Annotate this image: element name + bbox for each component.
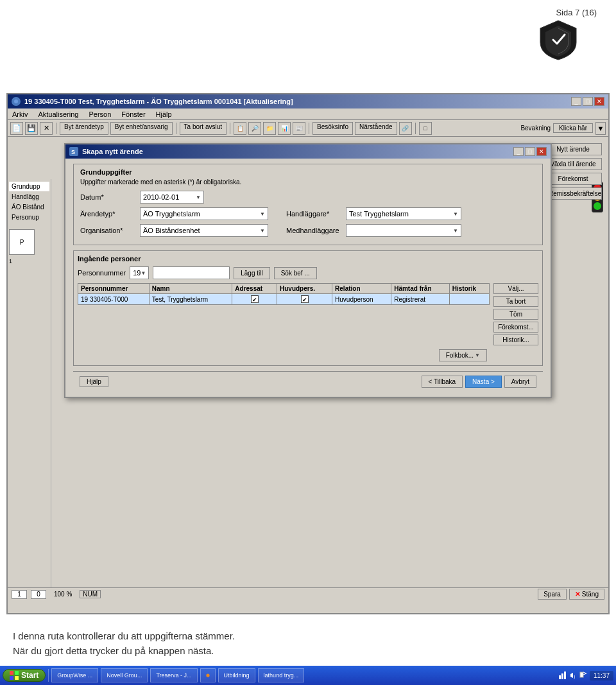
- toolbar-new-btn[interactable]: 📄: [10, 122, 23, 135]
- row-relation: Huvudperson: [332, 294, 391, 305]
- tillbaka-btn[interactable]: < Tillbaka: [422, 376, 463, 388]
- window-title-bar: 19 330405-T000 Test, Trygghetslarm - ÄO …: [8, 94, 608, 108]
- toolbar-delete-btn[interactable]: ✕: [40, 122, 53, 135]
- page-number: Sida 7 (16): [556, 8, 597, 17]
- taskbar-network-icon: [559, 672, 567, 679]
- medhandlaggare-dropdown[interactable]: ▼: [346, 224, 461, 237]
- section-note: Uppgifter markerade med en asterisk (*) …: [80, 178, 536, 186]
- byt-enhet-btn[interactable]: Byt enhet/ansvarig: [110, 122, 173, 135]
- historik-row-btn[interactable]: Historik...: [493, 334, 538, 345]
- col-huvudpers: Huvudpers.: [277, 284, 332, 294]
- ta-bort-avslut-btn[interactable]: Ta bort avslut: [180, 122, 227, 135]
- svg-rect-7: [15, 676, 19, 680]
- taskbar-app-4[interactable]: [200, 668, 216, 682]
- datum-dropdown[interactable]: 2010-02-01 ▼: [140, 191, 204, 204]
- organisation-label: Organisation*: [80, 227, 135, 234]
- page-nav-2: 0: [31, 590, 46, 599]
- taskbar-icon-4: [206, 670, 210, 681]
- byt-arendetyp-btn[interactable]: Byt ärendetyp: [60, 122, 108, 135]
- stang-x-icon: ✕: [575, 591, 580, 598]
- svg-point-8: [206, 673, 209, 677]
- menu-bar: Arkiv Aktualisering Person Fönster Hjälp: [8, 108, 608, 120]
- bottom-text-line2: När du gjort detta trycker du på knappen…: [13, 644, 603, 659]
- avbryt-btn[interactable]: Avbryt: [504, 376, 536, 388]
- valj-btn[interactable]: Välj...: [493, 283, 538, 294]
- minimize-button[interactable]: _: [571, 97, 581, 106]
- folkbok-btn[interactable]: Folkbok... ▼: [439, 349, 487, 361]
- taskbar-flag-icon: [579, 672, 587, 679]
- taskbar-app-1[interactable]: GroupWise ...: [51, 668, 98, 682]
- nasta-btn[interactable]: Nästa >: [465, 376, 502, 388]
- toolbar-icon-6[interactable]: 🔗: [399, 122, 412, 135]
- menu-aktualisering[interactable]: Aktualisering: [36, 110, 80, 118]
- besoksinfo-btn[interactable]: Besöksinfo: [312, 122, 353, 135]
- organisation-dropdown[interactable]: ÄO Biståndsenhet ▼: [140, 224, 268, 237]
- lagg-till-btn[interactable]: Lägg till: [234, 267, 270, 279]
- person-input-row: Personnummer 19 ▼ Lägg till Sök bef ...: [78, 266, 538, 279]
- toolbar-icon-7[interactable]: □: [419, 122, 432, 135]
- section-title: Grunduppgifter: [80, 168, 536, 176]
- toolbar-icon-3[interactable]: 📁: [263, 122, 276, 135]
- taskbar-app-5[interactable]: Utbildning: [218, 668, 255, 682]
- toolbar-icon-2[interactable]: 🔎: [248, 122, 261, 135]
- menu-arkiv[interactable]: Arkiv: [10, 110, 30, 118]
- modal-icon: S: [69, 147, 78, 156]
- handlaggare-dropdown[interactable]: Test Trygghetslarm ▼: [346, 207, 461, 220]
- stang-btn[interactable]: ✕ Stäng: [569, 589, 604, 600]
- row-namn: Test, Trygghetslarm: [149, 294, 232, 305]
- ta-bort-row-btn[interactable]: Ta bort: [493, 296, 538, 307]
- forekomst-row-btn[interactable]: Förekomst...: [493, 322, 538, 333]
- taskbar-app-3[interactable]: Treserva - J...: [150, 668, 197, 682]
- datum-row: Datum* 2010-02-01 ▼: [80, 191, 536, 204]
- table-row[interactable]: 19 330405-T000 Test, Trygghetslarm ✔ ✔ H…: [78, 294, 490, 305]
- window-bottom-right: Spara ✕ Stäng: [538, 589, 604, 600]
- modal-controls: _ □ ✕: [513, 147, 547, 156]
- hjalp-btn[interactable]: Hjälp: [80, 376, 108, 387]
- svg-rect-9: [559, 675, 561, 679]
- bevakning-area: Bevakning Klicka här ▼: [520, 122, 606, 135]
- toolbar-icon-5[interactable]: 📰: [293, 122, 305, 135]
- taskbar-right: ) 11:37: [559, 671, 613, 681]
- menu-fonster[interactable]: Fönster: [119, 110, 147, 118]
- col-historik: Historik: [449, 284, 489, 294]
- logo-icon: [539, 19, 578, 61]
- menu-hjalp[interactable]: Hjälp: [154, 110, 174, 118]
- taskbar-app-6[interactable]: lathund tryg...: [258, 668, 305, 682]
- bevakning-btn[interactable]: Klicka här: [553, 123, 593, 133]
- svg-line-15: [583, 672, 586, 673]
- svg-rect-14: [580, 672, 583, 677]
- persons-table: Personnummer Namn Adressat Huvudpers. Re…: [78, 283, 490, 305]
- taskbar-app-2[interactable]: Novell Grou...: [101, 668, 148, 682]
- personnummer-input[interactable]: [153, 266, 230, 279]
- zoom-level: 100 %: [54, 591, 72, 598]
- toolbar-save-btn[interactable]: 💾: [25, 122, 38, 135]
- modal-close-btn[interactable]: ✕: [536, 147, 547, 156]
- modal-overlay: S Skapa nytt ärende _ □ ✕ Grunduppgifter: [8, 137, 608, 613]
- organisation-row: Organisation* ÄO Biståndsenhet ▼ Medhand…: [80, 224, 536, 237]
- modal-content: Grunduppgifter Uppgifter markerade med e…: [65, 159, 551, 397]
- row-hamtad: Registrerat: [391, 294, 450, 305]
- tom-btn[interactable]: Töm: [493, 309, 538, 320]
- arendetyp-dropdown[interactable]: ÄO Trygghetslarm ▼: [140, 207, 268, 220]
- spara-btn[interactable]: Spara: [538, 589, 567, 600]
- modal-title-bar: S Skapa nytt ärende _ □ ✕: [65, 144, 551, 159]
- personnummer-prefix-dropdown[interactable]: 19 ▼: [130, 266, 149, 279]
- taskbar-sep: [48, 669, 49, 682]
- close-button[interactable]: ✕: [594, 97, 604, 106]
- toolbar-sep-5: [415, 123, 416, 134]
- toolbar-icon-4[interactable]: 📊: [278, 122, 291, 135]
- col-namn: Namn: [149, 284, 232, 294]
- maximize-button[interactable]: □: [583, 97, 593, 106]
- modal-minimize-btn[interactable]: _: [513, 147, 524, 156]
- row-adressat: ✔: [232, 294, 277, 305]
- menu-person[interactable]: Person: [87, 110, 113, 118]
- toolbar-icon-1[interactable]: 📋: [234, 122, 246, 135]
- modal-maximize-btn[interactable]: □: [525, 147, 535, 156]
- start-button[interactable]: Start: [3, 669, 46, 682]
- narstande-btn[interactable]: Närstående: [355, 122, 397, 135]
- bottom-nav-btns: < Tillbaka Nästa > Avbryt: [422, 376, 536, 388]
- svg-line-16: [583, 673, 586, 675]
- sok-bef-btn[interactable]: Sök bef ...: [274, 267, 317, 279]
- bevakning-dropdown[interactable]: ▼: [595, 122, 606, 135]
- row-huvudpers: ✔: [277, 294, 332, 305]
